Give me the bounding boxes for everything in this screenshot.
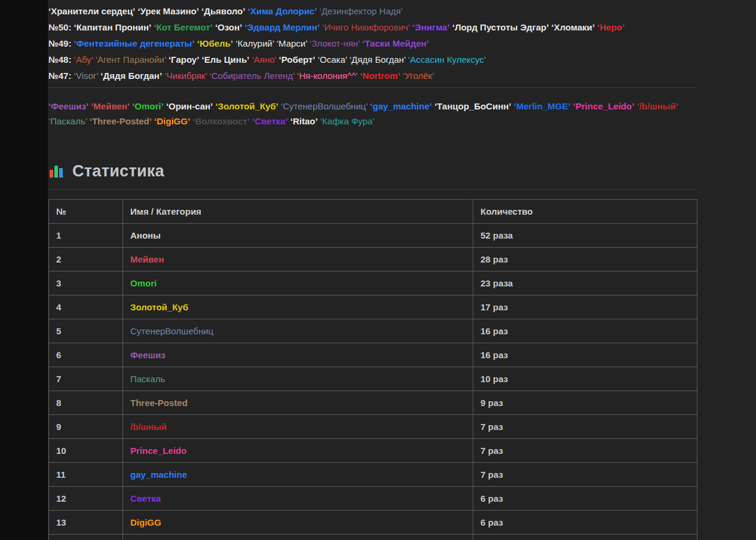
user-name: ‘Ritao’: [290, 116, 318, 126]
row-number: 7: [49, 367, 123, 391]
user-name: ‘/b/шный’: [637, 101, 678, 111]
user-name: ‘Three-Posted’: [90, 116, 152, 126]
character-name: ‘Visor’: [74, 71, 99, 81]
row-count: 7 раз: [473, 415, 697, 439]
table-row: 4Золотой_Куб17 раз: [49, 295, 697, 319]
character-name: ‘Агент Паранойи’: [96, 54, 166, 65]
character-name: ‘Собиратель Легенд’: [209, 71, 295, 81]
row-count: 17 раз: [473, 295, 697, 319]
character-name: ‘Чикибряк’: [164, 71, 207, 81]
table-body: 1Аноны52 раза2Мейвен28 раз3Omori23 раза4…: [49, 224, 697, 540]
character-name: ‘Марси’: [277, 38, 307, 48]
user-name: ‘DigiGG’: [154, 116, 190, 126]
row-name: Three-Posted: [130, 398, 188, 408]
user-name: ‘Паскаль’: [48, 116, 87, 126]
row-number: 8: [49, 391, 123, 415]
character-name: ‘Кот Бегемот’: [154, 22, 212, 32]
row-name-cell: Omori: [123, 271, 473, 295]
character-name: ‘Злокот-нян’: [310, 38, 360, 48]
table-row: 10Prince_Leido7 раз: [49, 439, 697, 463]
character-name: ‘Гароу’: [169, 54, 199, 65]
character-name: ‘Ня-колония^^’: [297, 71, 357, 81]
character-name: ‘Хима Долорис’: [248, 6, 317, 16]
row-name-cell: СутенерВолшебниц: [123, 319, 473, 343]
user-name: ‘Prince_Leido’: [573, 101, 635, 111]
character-name: ‘Юбель’: [197, 38, 233, 48]
row-name-cell: DigiGG: [123, 511, 473, 535]
table-row: 1Аноны52 раза: [49, 224, 697, 248]
row-name-cell: Three-Posted: [123, 391, 473, 415]
row-name-cell: Золотой_Куб: [123, 295, 473, 319]
ranking-number-label: №50:: [48, 22, 71, 32]
row-number: 3: [49, 271, 123, 295]
row-name: Паскаль: [130, 374, 165, 384]
stats-table: № Имя / Категория Количество 1Аноны52 ра…: [48, 199, 697, 540]
row-number: 13: [49, 511, 123, 535]
character-name: ‘Ичиго Никифорович’: [322, 22, 409, 32]
character-name: ‘Хранители сердец’: [48, 6, 135, 16]
table-row: 6Феешиз16 раз: [49, 343, 697, 367]
user-name: ‘Merlin_MGE’: [514, 101, 571, 111]
row-name-cell: Prince_Leido: [123, 439, 473, 463]
row-count: 9 раз: [473, 391, 697, 415]
character-name: ‘Ель Цинь’: [202, 54, 250, 65]
rankings-list: ‘Хранители сердец’ ‘Урек Мазино’ ‘Дьявол…: [48, 3, 697, 84]
user-name: ‘Мейвен’: [91, 101, 130, 111]
row-name: Золотой_Куб: [130, 302, 188, 312]
user-name: ‘Золотой_Куб’: [215, 101, 278, 111]
page-background: ‘Хранители сердец’ ‘Урек Мазино’ ‘Дьявол…: [48, 0, 756, 540]
row-count: 6 раз: [473, 487, 697, 511]
row-name: Аноны: [130, 230, 161, 240]
table-row-partial: [49, 535, 697, 540]
row-number: 2: [49, 248, 123, 271]
ranking-line: №49: ‘Фентезийные дегенераты’ ‘Юбель’ ‘К…: [48, 35, 697, 51]
row-number: 12: [49, 487, 123, 511]
stats-heading: Статистика: [48, 162, 697, 181]
user-name: ‘Omori’: [132, 101, 164, 111]
table-row: 7Паскаль10 раз: [49, 367, 697, 391]
user-name: ‘Светка’: [252, 116, 288, 126]
character-name: ‘Хломаки’: [552, 22, 595, 32]
row-count: 7 раз: [473, 463, 697, 487]
ranking-number-label: №48:: [48, 54, 71, 65]
character-name: ‘Энигма’: [412, 22, 450, 32]
table-header-row: № Имя / Категория Количество: [49, 200, 697, 224]
character-name: ‘Ассасин Кулексус’: [408, 54, 486, 65]
row-count: 10 раз: [473, 367, 697, 391]
row-number: 10: [49, 439, 123, 463]
user-name: ‘Феешиз’: [48, 101, 88, 111]
row-count: 16 раз: [473, 319, 697, 343]
stats-title: Статистика: [72, 162, 164, 181]
table-row: 12Светка6 раз: [49, 487, 697, 511]
row-name: /b/шный: [130, 422, 167, 432]
row-number: 9: [49, 415, 123, 439]
character-name: ‘Роберт’: [278, 54, 315, 65]
ranking-line: ‘Хранители сердец’ ‘Урек Мазино’ ‘Дьявол…: [48, 3, 697, 19]
row-name: СутенерВолшебниц: [130, 326, 213, 336]
ranking-number-label: №47:: [48, 71, 71, 81]
row-number: 11: [49, 463, 123, 487]
col-header-number: №: [49, 200, 123, 224]
col-header-count: Количество: [473, 200, 697, 224]
row-count: 16 раз: [473, 343, 697, 367]
table-row: 5СутенерВолшебниц16 раз: [49, 319, 697, 343]
row-name-cell: Мейвен: [123, 248, 473, 271]
row-name: Omori: [130, 278, 157, 288]
row-name: Светка: [130, 493, 161, 504]
divider: [48, 87, 697, 88]
table-row: 8Three-Posted9 раз: [49, 391, 697, 415]
character-name: ‘Калурий’: [235, 38, 274, 48]
character-name: ‘Аяно’: [252, 54, 276, 65]
user-name: ‘СутенерВолшебниц’: [281, 101, 368, 111]
character-name: ‘Дядя Богдан’: [350, 54, 406, 65]
character-name: ‘Дьяволо’: [201, 6, 245, 16]
divider: [48, 189, 697, 190]
row-name: Prince_Leido: [130, 446, 186, 456]
character-name: ‘Урек Мазино’: [137, 6, 198, 16]
table-row: 9/b/шный7 раз: [49, 415, 697, 439]
row-name-cell: /b/шный: [123, 415, 473, 439]
character-name: ‘Абу’: [74, 54, 93, 65]
ranking-line: №50: ‘Капитан Пронин’ ‘Кот Бегемот’ ‘Озо…: [48, 19, 697, 35]
row-name-cell: Феешиз: [123, 343, 473, 367]
table-row: 13DigiGG6 раз: [49, 511, 697, 535]
